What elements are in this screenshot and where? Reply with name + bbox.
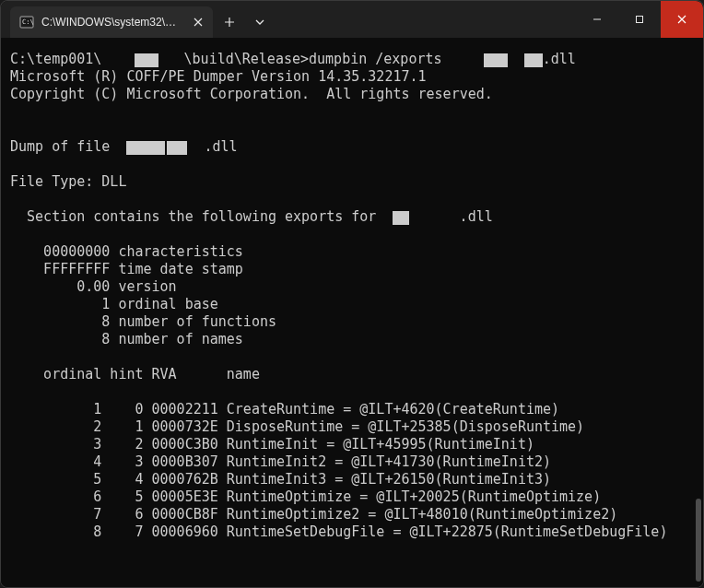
redacted-text <box>484 53 508 67</box>
timestamp-line: FFFFFFFF time date stamp <box>10 261 243 277</box>
new-tab-button[interactable] <box>213 6 246 38</box>
terminal-output[interactable]: C:\temp001\ \build\Release>dumpbin /expo… <box>1 38 703 588</box>
ordinal-base-line: 1 ordinal base <box>10 296 218 312</box>
section-suffix: .dll <box>460 208 493 225</box>
export-row: 7 6 0000CB8F RuntimeOptimize2 = @ILT+480… <box>10 506 617 523</box>
titlebar: C:\ C:\WINDOWS\system32\cmd. <box>1 1 703 38</box>
tab-close-button[interactable] <box>190 14 205 30</box>
prompt-path: C:\temp001\ <box>10 51 101 67</box>
svg-rect-2 <box>637 17 643 23</box>
command-text: dumpbin /exports <box>309 51 442 67</box>
export-row: 3 2 0000C3B0 RuntimeInit = @ILT+45995(Ru… <box>10 436 534 453</box>
svg-text:C:\: C:\ <box>22 18 34 26</box>
file-type-line: File Type: DLL <box>10 173 126 190</box>
maximize-button[interactable] <box>618 1 661 38</box>
section-prefix: Section contains the following exports f… <box>10 208 384 225</box>
dump-of-label: Dump of file <box>10 138 118 155</box>
cmd-icon: C:\ <box>19 15 34 29</box>
export-row: 8 7 00006960 RuntimeSetDebugFile = @ILT+… <box>10 523 667 540</box>
redacted-text <box>524 53 543 67</box>
num-functions-line: 8 number of functions <box>10 313 276 330</box>
window-controls <box>576 1 703 38</box>
titlebar-drag-region[interactable] <box>274 1 576 38</box>
tab-active[interactable]: C:\ C:\WINDOWS\system32\cmd. <box>10 6 213 38</box>
export-row: 1 0 00002211 CreateRuntime = @ILT+4620(C… <box>10 401 559 417</box>
minimize-button[interactable] <box>576 1 618 38</box>
dll-ext: .dll <box>543 51 576 67</box>
export-row: 2 1 0000732E DisposeRuntime = @ILT+25385… <box>10 418 584 435</box>
export-table-header: ordinal hint RVA name <box>10 366 260 382</box>
tab-title: C:\WINDOWS\system32\cmd. <box>41 16 179 29</box>
characteristics-line: 00000000 characteristics <box>10 243 243 260</box>
close-window-button[interactable] <box>661 1 703 38</box>
redacted-text <box>126 141 165 155</box>
export-row: 6 5 00005E3E RuntimeOptimize = @ILT+2002… <box>10 488 601 505</box>
redacted-text <box>167 141 187 155</box>
copyright-line: Copyright (C) Microsoft Corporation. All… <box>10 86 493 102</box>
tab-dropdown-button[interactable] <box>246 6 274 38</box>
scrollbar-thumb[interactable] <box>696 499 701 582</box>
redacted-text <box>393 211 409 225</box>
export-row: 4 3 0000B307 RuntimeInit2 = @ILT+41730(R… <box>10 453 551 470</box>
export-row: 5 4 0000762B RuntimeInit3 = @ILT+26150(R… <box>10 471 551 488</box>
ms-line: Microsoft (R) COFF/PE Dumper Version 14.… <box>10 68 427 85</box>
prompt-mid: \build\Release> <box>184 51 309 67</box>
redacted-text <box>135 53 158 67</box>
version-line: 0.00 version <box>10 278 177 295</box>
num-names-line: 8 number of names <box>10 331 243 347</box>
dll-ext2: .dll <box>205 138 238 155</box>
